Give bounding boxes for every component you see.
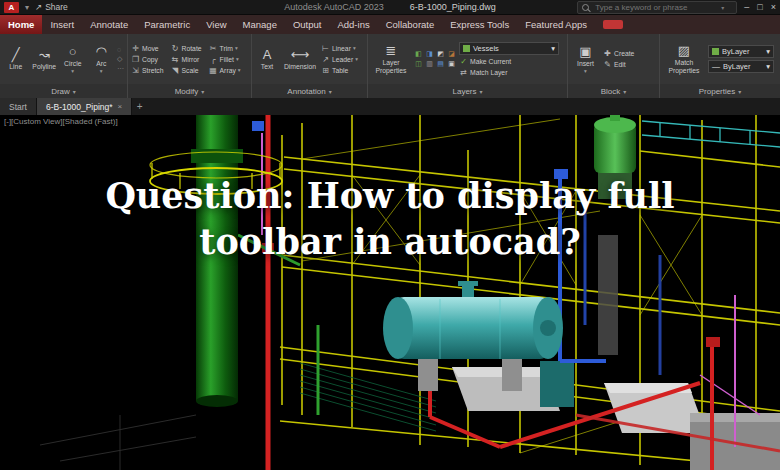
search-dropdown-icon[interactable]: ▾: [721, 4, 724, 11]
draw-panel-label[interactable]: Draw ▾: [0, 84, 127, 98]
circle-dropdown-icon[interactable]: ▾: [71, 69, 74, 73]
draw-mini-icon[interactable]: ⋯: [117, 65, 124, 73]
ribbon-tab-output[interactable]: Output: [285, 15, 330, 34]
line-button[interactable]: ╱ Line: [3, 48, 29, 70]
ribbon-tab-addins[interactable]: Add-ins: [329, 15, 377, 34]
color-select-dropdown-icon: ▾: [766, 47, 770, 56]
ribbon-tab-insert[interactable]: Insert: [42, 15, 82, 34]
mirror-button[interactable]: ⇆ Mirror: [171, 55, 202, 64]
linetype-bylayer-select[interactable]: — ByLayer ▾: [708, 60, 774, 73]
layer-select[interactable]: Vessels ▾: [459, 42, 559, 55]
drawing-canvas[interactable]: [-][Custom View][Shaded (Fast)]: [0, 115, 780, 470]
create-block-button[interactable]: ✚ Create: [603, 49, 634, 58]
new-tab-button[interactable]: +: [132, 98, 147, 115]
table-button[interactable]: ⊞ Table: [321, 66, 358, 75]
make-current-icon: ✓: [459, 57, 468, 66]
properties-panel-label[interactable]: Properties ▾: [660, 84, 780, 98]
qat-dropdown-icon[interactable]: ▾: [25, 3, 29, 12]
layer-tool-icon[interactable]: ▥: [425, 60, 434, 68]
background-wireframe: [40, 415, 196, 470]
grating-deck: [300, 363, 436, 431]
ribbon-extra-button[interactable]: [603, 20, 623, 29]
ribbon-tab-featured-apps[interactable]: Featured Apps: [517, 15, 595, 34]
insert-dropdown-icon[interactable]: ▾: [584, 69, 587, 73]
stretch-button[interactable]: ⇲ Stretch: [131, 66, 164, 75]
rotate-button[interactable]: ↻ Rotate: [171, 44, 202, 53]
draw-flyout-icons[interactable]: ◌ ◇ ⋯: [117, 46, 124, 73]
arc-dropdown-icon[interactable]: ▾: [100, 69, 103, 73]
quick-access-toolbar[interactable]: ▾: [25, 3, 29, 12]
search-input[interactable]: [593, 2, 717, 13]
array-button[interactable]: ▦ Array ▾: [209, 66, 241, 75]
share-icon: ↗: [35, 2, 42, 12]
railing-lines: [642, 121, 780, 147]
layer-tool-icon[interactable]: ◫: [414, 60, 423, 68]
trim-button[interactable]: ✂ Trim ▾: [209, 44, 241, 53]
scale-button[interactable]: ◥ Scale: [171, 66, 202, 75]
leader-button[interactable]: ↗ Leader ▾: [321, 55, 358, 64]
linear-dropdown-icon[interactable]: ▾: [353, 45, 356, 51]
array-dropdown-icon[interactable]: ▾: [238, 67, 241, 73]
trim-dropdown-icon[interactable]: ▾: [235, 45, 238, 51]
ribbon-tab-view[interactable]: View: [198, 15, 234, 34]
layer-tool-icon[interactable]: ◧: [414, 50, 423, 58]
share-label: Share: [45, 2, 68, 12]
ribbon-tab-express-tools[interactable]: Express Tools: [442, 15, 517, 34]
layers-panel-label[interactable]: Layers ▾: [368, 84, 567, 98]
ribbon-tab-manage[interactable]: Manage: [235, 15, 285, 34]
panel-expand-icon: ▾: [73, 88, 76, 95]
share-button[interactable]: ↗ Share: [35, 2, 68, 12]
edit-block-button[interactable]: ✎ Edit: [603, 60, 634, 69]
layer-properties-button[interactable]: ≣ Layer Properties: [371, 44, 411, 74]
restore-button[interactable]: □: [757, 2, 762, 12]
ribbon-tab-collaborate[interactable]: Collaborate: [378, 15, 443, 34]
drawing-tab[interactable]: 6-B-1000_Piping* ×: [37, 98, 132, 115]
linetype-sample-icon: —: [712, 62, 720, 71]
modify-panel-label[interactable]: Modify ▾: [128, 84, 251, 98]
polyline-button[interactable]: ↝ Polyline: [32, 48, 58, 70]
leader-icon: ↗: [321, 55, 330, 64]
annotation-panel-label[interactable]: Annotation ▾: [252, 84, 367, 98]
circle-button[interactable]: ○ Circle ▾: [60, 45, 86, 72]
dimension-button[interactable]: ⟷ Dimension: [282, 48, 318, 70]
ribbon-tab-annotate[interactable]: Annotate: [82, 15, 136, 34]
move-icon: ✛: [131, 44, 140, 53]
polyline-icon: ↝: [39, 48, 50, 62]
arc-button[interactable]: ◠ Arc ▾: [89, 45, 115, 72]
bylayer-color-swatch: [712, 48, 719, 55]
match-properties-button[interactable]: ▨ Match Properties: [663, 44, 705, 74]
block-panel-label[interactable]: Block ▾: [568, 84, 659, 98]
dimension-icon: ⟷: [291, 48, 310, 62]
fillet-button[interactable]: ╭ Fillet ▾: [209, 55, 241, 64]
match-layer-button[interactable]: ⇄ Match Layer: [459, 68, 559, 77]
layer-tool-icon[interactable]: ▣: [447, 60, 456, 68]
layer-tool-icon[interactable]: ◪: [447, 50, 456, 58]
title-bar: A ▾ ↗ Share Autodesk AutoCAD 2023 6-B-10…: [0, 0, 780, 15]
leader-dropdown-icon[interactable]: ▾: [355, 56, 358, 62]
close-tab-icon[interactable]: ×: [118, 102, 123, 111]
close-button[interactable]: ×: [771, 2, 776, 12]
copy-button[interactable]: ❐ Copy: [131, 55, 164, 64]
move-button[interactable]: ✛ Move: [131, 44, 164, 53]
draw-mini-icon[interactable]: ◌: [117, 46, 124, 53]
ribbon-tab-home[interactable]: Home: [0, 15, 42, 34]
layer-tool-icon[interactable]: ◩: [436, 50, 445, 58]
linear-button[interactable]: ⊢ Linear ▾: [321, 44, 358, 53]
draw-mini-icon[interactable]: ◇: [117, 55, 124, 63]
layer-tool-icon[interactable]: ◨: [425, 50, 434, 58]
autocad-logo-icon[interactable]: A: [4, 2, 19, 13]
start-tab[interactable]: Start: [0, 98, 37, 115]
minimize-button[interactable]: –: [744, 2, 749, 12]
panel-expand-icon: ▾: [623, 88, 626, 95]
search-box[interactable]: ▾: [577, 1, 737, 14]
text-button[interactable]: A Text: [255, 48, 279, 70]
insert-button[interactable]: ▣ Insert ▾: [571, 45, 600, 72]
layer-tool-icon[interactable]: ▤: [436, 60, 445, 68]
make-current-button[interactable]: ✓ Make Current: [459, 57, 559, 66]
match-properties-icon: ▨: [678, 44, 690, 58]
fillet-icon: ╭: [209, 55, 218, 64]
viewport-controls[interactable]: [-][Custom View][Shaded (Fast)]: [4, 117, 118, 126]
color-bylayer-select[interactable]: ByLayer ▾: [708, 45, 774, 58]
fillet-dropdown-icon[interactable]: ▾: [236, 56, 239, 62]
ribbon-tab-parametric[interactable]: Parametric: [136, 15, 198, 34]
